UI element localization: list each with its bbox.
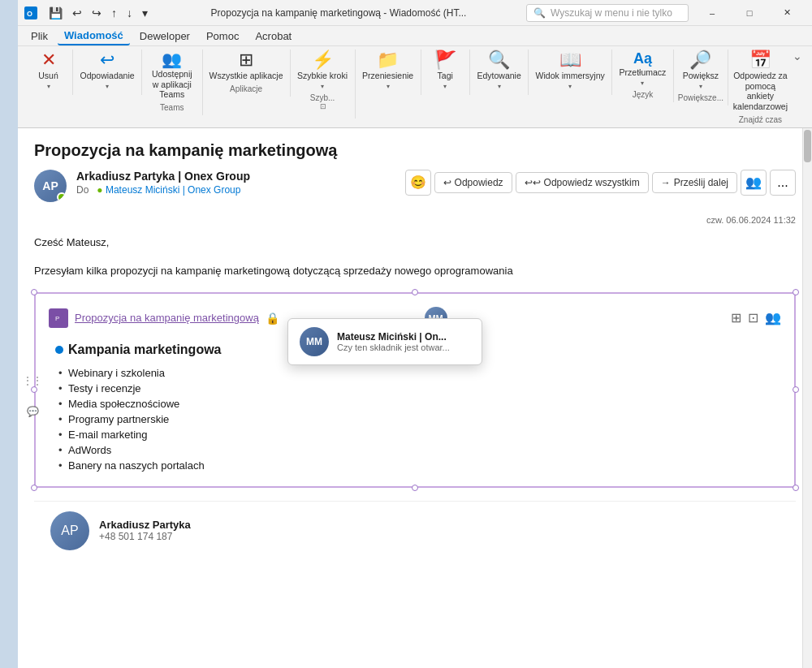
survey-button[interactable]: 📅 Odpowiedz za pomocą ankiety kalendarzo… <box>732 50 788 113</box>
ribbon-group-translate: Aą Przetłumacz ▾ Język <box>612 50 674 102</box>
delete-button[interactable]: ✕ Usuń ▾ <box>31 50 67 92</box>
resize-handle-top[interactable] <box>412 289 418 295</box>
search-icon: 🔍 <box>533 7 546 19</box>
body-text: Przesyłam kilka propozycji na kampanię m… <box>34 263 796 279</box>
resize-handle-bottom[interactable] <box>412 485 418 491</box>
apps-icon: ⊞ <box>239 51 253 69</box>
tags-button[interactable]: 🚩 Tagi ▾ <box>427 50 463 92</box>
email-scroll-container[interactable]: Propozycja na kampanię marketingową AP A… <box>18 128 812 668</box>
list-item: Banery na naszych portalach <box>55 458 775 473</box>
teams-action-button[interactable]: 👥 <box>741 170 767 196</box>
minimize-button[interactable]: – <box>693 0 731 26</box>
doc-controls: ⊞ ⊡ 👥 <box>731 310 781 325</box>
sender-avatar: AP <box>34 170 67 202</box>
vertical-scrollbar[interactable] <box>802 128 812 668</box>
menu-deweloper[interactable]: Deweloper <box>133 28 197 45</box>
lock-icon: 🔒 <box>266 312 279 325</box>
maximize-button[interactable]: □ <box>731 0 768 26</box>
reply-button[interactable]: ↩ Odpowiedz <box>434 172 512 193</box>
resize-handle-tr[interactable] <box>793 289 799 295</box>
sender-to-line: Do ● Mateusz Miciński | Onex Group <box>76 184 405 196</box>
menu-pomoc[interactable]: Pomoc <box>200 28 245 45</box>
heading-bullet <box>55 346 63 354</box>
list-item: Webinary i szkolenia <box>55 365 775 381</box>
menu-acrobat[interactable]: Acrobat <box>248 28 298 45</box>
recipient-name: Mateusz Miciński | Onex Group <box>106 184 241 196</box>
signature-info: Arkadiusz Partyka +48 501 174 187 <box>99 519 191 542</box>
user-tooltip-popup: MM Mateusz Miciński | On... Czy ten skła… <box>287 318 482 365</box>
more-actions-button[interactable]: ... <box>770 170 796 196</box>
expand-quick-steps[interactable]: ⊡ <box>320 102 326 110</box>
forward-label: Prześlij dalej <box>674 177 728 188</box>
ribbon-group-tags: 🚩 Tagi ▾ <box>421 50 470 95</box>
title-bar: O 💾 ↩ ↪ ↑ ↓ ▾ Propozycja na kampanię mar… <box>18 0 812 26</box>
all-apps-button[interactable]: ⊞ Wszystkie aplikacje <box>206 50 287 83</box>
email-date-row: czw. 06.06.2024 11:32 <box>34 212 796 225</box>
drag-handle-icon: ⋮⋮ <box>23 375 42 386</box>
immersive-button[interactable]: 📖 Widok immersyjny ▾ <box>533 50 608 92</box>
tooltip-status-text: Czy ten składnik jest otwar... <box>337 343 470 352</box>
teams-share-button[interactable]: 👥 Udostępnij w aplikacji Teams <box>147 50 197 101</box>
customize-button[interactable]: ▾ <box>139 5 151 21</box>
expand-ribbon-button[interactable]: ⌄ <box>793 50 802 62</box>
doc-grid-button[interactable]: ⊞ <box>731 310 741 325</box>
translate-group-label: Język <box>633 90 654 99</box>
list-item: Media społecznościowe <box>55 396 775 412</box>
list-item: E-mail marketing <box>55 427 775 442</box>
doc-title-link[interactable]: Propozycja na kampanię marketingową <box>75 312 259 324</box>
quick-access-toolbar: 💾 ↩ ↪ ↑ ↓ ▾ <box>45 5 151 21</box>
title-search-box[interactable]: 🔍 Wyszukaj w menu i nie tylko <box>526 4 689 22</box>
ribbon-group-immersive: 📖 Widok immersyjny ▾ <box>529 50 611 95</box>
quick-steps-label: Szyb... <box>310 93 335 102</box>
email-greeting: Cześć Mateusz, <box>34 235 796 251</box>
quick-steps-button[interactable]: ⚡ Szybkie kroki ▾ <box>294 50 351 92</box>
scrollbar-thumb[interactable] <box>804 130 811 162</box>
ribbon-group-apps: ⊞ Wszystkie aplikacje Aplikacje <box>203 50 291 97</box>
forward-button[interactable]: → Prześlij dalej <box>652 172 737 193</box>
svg-text:P: P <box>55 315 59 322</box>
calendar-icon: 📅 <box>749 51 771 69</box>
resize-handle-right[interactable] <box>793 386 799 393</box>
teams-icon: 👥 <box>162 51 182 67</box>
reply-all-button[interactable]: ↩↩ Odpowiedz wszystkim <box>516 172 649 193</box>
close-button[interactable]: ✕ <box>768 0 806 26</box>
translate-button[interactable]: Aą Przetłumacz ▾ <box>616 50 670 88</box>
doc-icon: P <box>49 308 68 328</box>
folder-icon: 📁 <box>377 51 399 69</box>
flag-icon: 🚩 <box>434 51 456 69</box>
redo-button[interactable]: ↪ <box>89 5 105 21</box>
up-arrow-button[interactable]: ↑ <box>108 5 120 21</box>
zoom-icon: 🔎 <box>689 51 711 69</box>
app-background: O 💾 ↩ ↪ ↑ ↓ ▾ Propozycja na kampanię mar… <box>0 0 812 668</box>
translate-icon: Aą <box>633 51 652 66</box>
outlook-window: O 💾 ↩ ↪ ↑ ↓ ▾ Propozycja na kampanię mar… <box>18 0 812 668</box>
menu-wiadomosc[interactable]: Wiadomość <box>58 27 130 45</box>
save-button[interactable]: 💾 <box>45 5 66 21</box>
undo-button[interactable]: ↩ <box>69 5 85 21</box>
edit-button[interactable]: 🔍 Edytowanie ▾ <box>473 50 524 92</box>
menu-plik[interactable]: Plik <box>24 28 54 45</box>
zoom-button[interactable]: 🔎 Powiększ ▾ <box>680 50 722 92</box>
ribbon-group-quick-steps: ⚡ Szybkie kroki ▾ Szyb... ⊡ <box>291 50 356 119</box>
resize-handle-tl[interactable] <box>31 289 37 295</box>
sender-name: Arkadiusz Partyka | Onex Group <box>76 170 405 183</box>
doc-expand-button[interactable]: ⊡ <box>748 310 758 325</box>
to-label: Do <box>76 184 89 196</box>
lightning-icon: ⚡ <box>312 51 334 69</box>
resize-handle-bl[interactable] <box>31 485 37 491</box>
move-button[interactable]: 📁 Przeniesienie ▾ <box>359 50 417 92</box>
ribbon-group-move: 📁 Przeniesienie ▾ <box>356 50 421 95</box>
resize-handle-br[interactable] <box>793 485 799 491</box>
down-arrow-button[interactable]: ↓ <box>123 5 136 21</box>
search-edit-icon: 🔍 <box>488 51 510 69</box>
list-item: Testy i recenzje <box>55 381 775 396</box>
doc-list: Webinary i szkolenia Testy i recenzje Me… <box>55 365 775 473</box>
doc-people-button[interactable]: 👥 <box>765 310 781 325</box>
window-title: Propozycja na kampanię marketingową - Wi… <box>156 7 521 19</box>
email-main-content: Propozycja na kampanię marketingową AP A… <box>18 128 812 668</box>
embedded-document: P Propozycja na kampanię marketingową 🔒 … <box>34 292 796 488</box>
reply-label: Odpowiedz <box>455 177 503 188</box>
greeting-text: Cześć Mateusz, <box>34 235 796 251</box>
reply-big-button[interactable]: ↩ Odpowiadanie ▾ <box>76 50 137 92</box>
emoji-button[interactable]: 😊 <box>405 170 431 196</box>
